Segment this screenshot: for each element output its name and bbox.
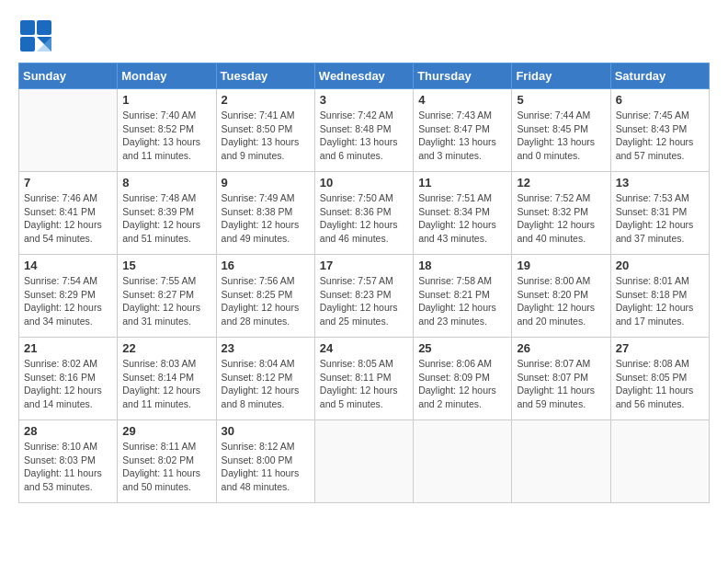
page-header <box>18 18 710 53</box>
day-info: Sunrise: 7:49 AMSunset: 8:38 PMDaylight:… <box>222 191 310 246</box>
calendar-cell: 14Sunrise: 7:54 AMSunset: 8:29 PMDayligh… <box>19 255 118 338</box>
day-header-tuesday: Tuesday <box>216 63 314 89</box>
calendar-cell: 10Sunrise: 7:50 AMSunset: 8:36 PMDayligh… <box>314 172 413 255</box>
day-number: 20 <box>616 259 704 272</box>
day-info: Sunrise: 7:43 AMSunset: 8:47 PMDaylight:… <box>418 109 506 163</box>
day-info: Sunrise: 7:40 AMSunset: 8:52 PMDaylight:… <box>122 109 210 163</box>
day-number: 23 <box>222 341 310 355</box>
day-info: Sunrise: 7:53 AMSunset: 8:31 PMDaylight:… <box>616 191 704 246</box>
day-number: 21 <box>24 341 112 355</box>
day-number: 28 <box>24 424 112 438</box>
day-info: Sunrise: 7:48 AMSunset: 8:39 PMDaylight:… <box>122 191 210 246</box>
svg-rect-2 <box>20 37 35 52</box>
day-info: Sunrise: 8:12 AMSunset: 8:00 PMDaylight:… <box>222 440 310 494</box>
day-header-thursday: Thursday <box>414 63 512 89</box>
calendar-cell: 8Sunrise: 7:48 AMSunset: 8:39 PMDaylight… <box>118 172 216 255</box>
calendar-cell: 13Sunrise: 7:53 AMSunset: 8:31 PMDayligh… <box>610 172 709 255</box>
day-info: Sunrise: 7:52 AMSunset: 8:32 PMDaylight:… <box>517 191 605 246</box>
day-info: Sunrise: 7:55 AMSunset: 8:27 PMDaylight:… <box>122 274 210 328</box>
calendar-cell: 20Sunrise: 8:01 AMSunset: 8:18 PMDayligh… <box>610 255 709 338</box>
calendar-cell: 4Sunrise: 7:43 AMSunset: 8:47 PMDaylight… <box>414 89 512 172</box>
day-info: Sunrise: 7:44 AMSunset: 8:45 PMDaylight:… <box>517 109 605 163</box>
calendar-cell <box>512 420 610 503</box>
calendar-cell: 18Sunrise: 7:58 AMSunset: 8:21 PMDayligh… <box>414 255 512 338</box>
day-number: 26 <box>517 341 605 355</box>
day-number: 15 <box>122 259 210 272</box>
calendar-cell <box>314 420 413 503</box>
day-info: Sunrise: 8:07 AMSunset: 8:07 PMDaylight:… <box>517 357 605 411</box>
day-info: Sunrise: 7:46 AMSunset: 8:41 PMDaylight:… <box>24 191 112 246</box>
logo <box>18 18 57 53</box>
svg-rect-0 <box>20 20 35 35</box>
day-number: 22 <box>122 341 210 355</box>
day-info: Sunrise: 7:54 AMSunset: 8:29 PMDaylight:… <box>24 274 112 328</box>
day-header-friday: Friday <box>512 63 610 89</box>
day-info: Sunrise: 8:10 AMSunset: 8:03 PMDaylight:… <box>24 440 112 494</box>
day-number: 5 <box>517 93 605 107</box>
day-number: 8 <box>122 176 210 190</box>
calendar-cell: 3Sunrise: 7:42 AMSunset: 8:48 PMDaylight… <box>314 89 413 172</box>
day-info: Sunrise: 8:00 AMSunset: 8:20 PMDaylight:… <box>517 274 605 328</box>
calendar-cell: 9Sunrise: 7:49 AMSunset: 8:38 PMDaylight… <box>216 172 314 255</box>
calendar-cell: 7Sunrise: 7:46 AMSunset: 8:41 PMDaylight… <box>19 172 118 255</box>
day-number: 1 <box>122 93 210 107</box>
calendar-cell: 29Sunrise: 8:11 AMSunset: 8:02 PMDayligh… <box>118 420 216 503</box>
day-number: 27 <box>616 341 704 355</box>
day-info: Sunrise: 8:03 AMSunset: 8:14 PMDaylight:… <box>122 357 210 411</box>
day-header-saturday: Saturday <box>610 63 709 89</box>
calendar-cell: 15Sunrise: 7:55 AMSunset: 8:27 PMDayligh… <box>118 255 216 338</box>
day-header-monday: Monday <box>118 63 216 89</box>
calendar-cell: 27Sunrise: 8:08 AMSunset: 8:05 PMDayligh… <box>610 338 709 420</box>
calendar-cell <box>19 89 118 172</box>
calendar: SundayMondayTuesdayWednesdayThursdayFrid… <box>18 63 710 503</box>
calendar-cell: 21Sunrise: 8:02 AMSunset: 8:16 PMDayligh… <box>19 338 118 420</box>
calendar-cell: 11Sunrise: 7:51 AMSunset: 8:34 PMDayligh… <box>414 172 512 255</box>
calendar-cell: 24Sunrise: 8:05 AMSunset: 8:11 PMDayligh… <box>314 338 413 420</box>
calendar-cell: 5Sunrise: 7:44 AMSunset: 8:45 PMDaylight… <box>512 89 610 172</box>
calendar-cell: 16Sunrise: 7:56 AMSunset: 8:25 PMDayligh… <box>216 255 314 338</box>
day-number: 18 <box>418 259 506 272</box>
day-number: 4 <box>418 93 506 107</box>
calendar-cell: 6Sunrise: 7:45 AMSunset: 8:43 PMDaylight… <box>610 89 709 172</box>
svg-rect-1 <box>37 20 51 35</box>
day-number: 29 <box>122 424 210 438</box>
day-info: Sunrise: 7:56 AMSunset: 8:25 PMDaylight:… <box>222 274 310 328</box>
calendar-cell: 12Sunrise: 7:52 AMSunset: 8:32 PMDayligh… <box>512 172 610 255</box>
day-info: Sunrise: 8:08 AMSunset: 8:05 PMDaylight:… <box>616 357 704 411</box>
day-number: 25 <box>418 341 506 355</box>
day-number: 6 <box>616 93 704 107</box>
day-number: 2 <box>222 93 310 107</box>
day-number: 14 <box>24 259 112 272</box>
day-header-wednesday: Wednesday <box>314 63 413 89</box>
day-info: Sunrise: 8:01 AMSunset: 8:18 PMDaylight:… <box>616 274 704 328</box>
day-number: 3 <box>320 93 408 107</box>
calendar-cell: 22Sunrise: 8:03 AMSunset: 8:14 PMDayligh… <box>118 338 216 420</box>
calendar-cell: 17Sunrise: 7:57 AMSunset: 8:23 PMDayligh… <box>314 255 413 338</box>
day-header-sunday: Sunday <box>19 63 118 89</box>
day-info: Sunrise: 8:11 AMSunset: 8:02 PMDaylight:… <box>122 440 210 494</box>
calendar-cell: 28Sunrise: 8:10 AMSunset: 8:03 PMDayligh… <box>19 420 118 503</box>
day-info: Sunrise: 8:05 AMSunset: 8:11 PMDaylight:… <box>320 357 408 411</box>
day-info: Sunrise: 7:41 AMSunset: 8:50 PMDaylight:… <box>222 109 310 163</box>
calendar-cell <box>414 420 512 503</box>
calendar-cell: 23Sunrise: 8:04 AMSunset: 8:12 PMDayligh… <box>216 338 314 420</box>
calendar-cell: 26Sunrise: 8:07 AMSunset: 8:07 PMDayligh… <box>512 338 610 420</box>
day-info: Sunrise: 7:57 AMSunset: 8:23 PMDaylight:… <box>320 274 408 328</box>
day-info: Sunrise: 8:04 AMSunset: 8:12 PMDaylight:… <box>222 357 310 411</box>
day-info: Sunrise: 7:42 AMSunset: 8:48 PMDaylight:… <box>320 109 408 163</box>
calendar-cell: 1Sunrise: 7:40 AMSunset: 8:52 PMDaylight… <box>118 89 216 172</box>
day-number: 30 <box>222 424 310 438</box>
calendar-cell: 25Sunrise: 8:06 AMSunset: 8:09 PMDayligh… <box>414 338 512 420</box>
day-number: 19 <box>517 259 605 272</box>
day-number: 17 <box>320 259 408 272</box>
day-number: 16 <box>222 259 310 272</box>
day-number: 11 <box>418 176 506 190</box>
day-info: Sunrise: 7:51 AMSunset: 8:34 PMDaylight:… <box>418 191 506 246</box>
day-number: 12 <box>517 176 605 190</box>
day-info: Sunrise: 7:50 AMSunset: 8:36 PMDaylight:… <box>320 191 408 246</box>
day-number: 7 <box>24 176 112 190</box>
day-info: Sunrise: 7:58 AMSunset: 8:21 PMDaylight:… <box>418 274 506 328</box>
calendar-cell: 2Sunrise: 7:41 AMSunset: 8:50 PMDaylight… <box>216 89 314 172</box>
day-info: Sunrise: 8:02 AMSunset: 8:16 PMDaylight:… <box>24 357 112 411</box>
calendar-cell <box>610 420 709 503</box>
